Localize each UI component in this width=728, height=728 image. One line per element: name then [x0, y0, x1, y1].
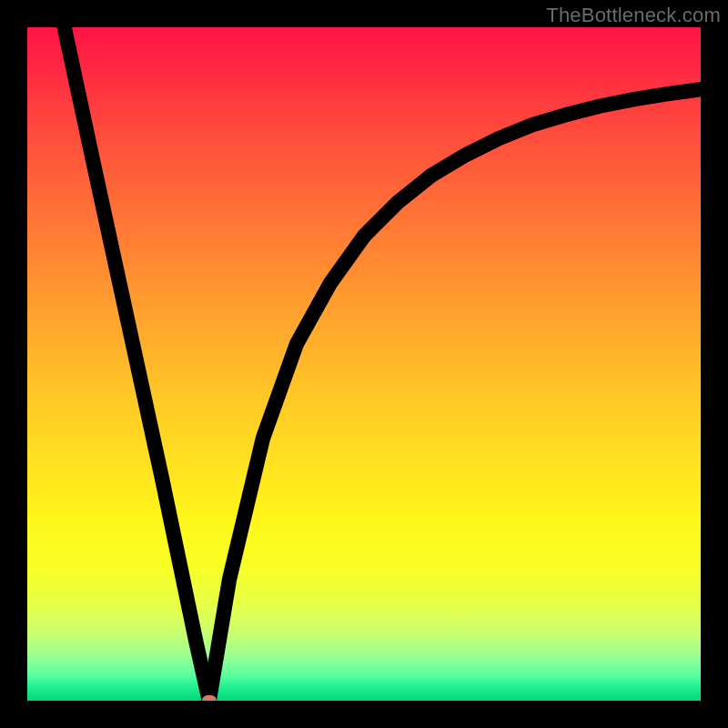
- chart-frame: TheBottleneck.com: [0, 0, 728, 728]
- left-branch-curve: [65, 27, 209, 701]
- watermark-text: TheBottleneck.com: [546, 4, 721, 27]
- right-branch-curve: [209, 89, 701, 701]
- min-marker: [202, 695, 217, 701]
- curve-layer: [27, 27, 701, 701]
- plot-area: [27, 27, 701, 701]
